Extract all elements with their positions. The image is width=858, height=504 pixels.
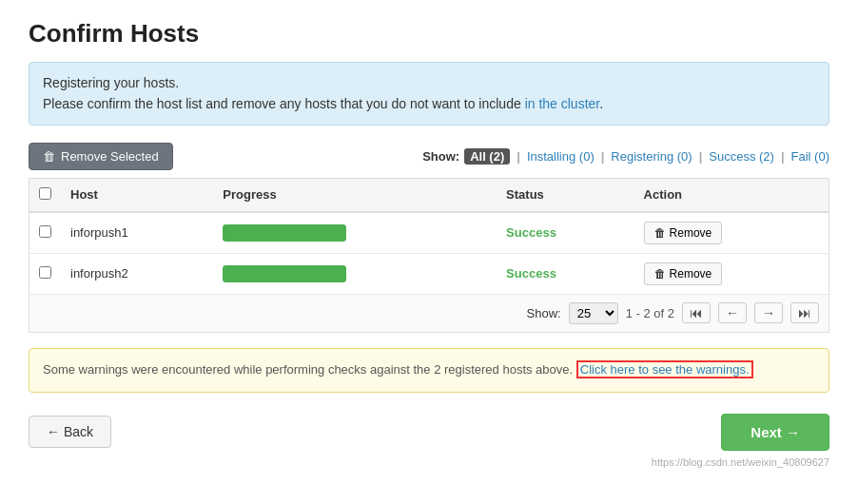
info-link[interactable]: in the cluster — [525, 96, 600, 111]
remove-icon: 🗑 — [654, 267, 666, 281]
info-line1: Registering your hosts. — [43, 72, 815, 93]
warning-link[interactable]: Click here to see the warnings. — [580, 362, 750, 377]
filter-registering[interactable]: Registering (0) — [611, 149, 692, 164]
progress-bar-container — [223, 265, 346, 282]
trash-icon: 🗑 — [43, 149, 55, 164]
watermark: https://blog.csdn.net/weixin_40809627 — [29, 456, 829, 468]
info-box: Registering your hosts. Please confirm t… — [29, 62, 829, 126]
filter-success[interactable]: Success (2) — [709, 149, 774, 164]
progress-bar-container — [223, 224, 346, 242]
back-button[interactable]: ← Back — [29, 416, 111, 448]
remove-icon: 🗑 — [654, 226, 666, 240]
warning-text-before: Some warnings were encountered while per… — [43, 362, 576, 377]
remove-row-button[interactable]: 🗑 Remove — [644, 222, 723, 244]
filter-all[interactable]: All (2) — [464, 148, 510, 165]
header-host: Host — [61, 178, 213, 212]
remove-selected-button[interactable]: 🗑 Remove Selected — [29, 143, 173, 170]
header-action: Action — [634, 178, 829, 212]
progress-bar-fill — [223, 265, 346, 282]
table-row: inforpush2 Success 🗑 Remove — [29, 253, 829, 294]
remove-row-button[interactable]: 🗑 Remove — [644, 262, 723, 285]
toolbar: 🗑 Remove Selected Show: All (2) | Instal… — [29, 143, 829, 170]
warning-box: Some warnings were encountered while per… — [29, 348, 829, 393]
row-status: Success — [497, 212, 634, 254]
row-checkbox[interactable] — [39, 266, 51, 279]
header-status: Status — [497, 178, 634, 212]
per-page-select[interactable]: 10 25 50 100 — [569, 302, 618, 324]
table-row: inforpush1 Success 🗑 Remove — [29, 212, 829, 254]
pagination-range: 1 - 2 of 2 — [626, 306, 674, 320]
filter-installing[interactable]: Installing (0) — [527, 149, 595, 164]
row-status: Success — [497, 253, 634, 294]
header-checkbox-col — [29, 178, 62, 212]
row-host: inforpush2 — [61, 253, 213, 294]
filter-fail[interactable]: Fail (0) — [791, 149, 829, 164]
select-all-checkbox[interactable] — [39, 187, 51, 200]
pagination-row: Show: 10 25 50 100 1 - 2 of 2 ⏮ ← → ⏭ — [29, 294, 829, 332]
first-page-button[interactable]: ⏮ — [682, 302, 711, 323]
next-button[interactable]: Next → — [721, 414, 829, 451]
row-checkbox-cell — [29, 212, 62, 254]
remove-label: Remove — [670, 226, 712, 240]
page-title: Confirm Hosts — [29, 19, 829, 48]
next-page-button[interactable]: → — [754, 302, 783, 323]
header-progress: Progress — [213, 178, 497, 212]
pagination-show-label: Show: — [527, 306, 561, 320]
info-line2: Please confirm the host list and remove … — [43, 93, 815, 114]
show-label: Show: — [422, 149, 459, 164]
row-progress — [213, 212, 497, 254]
progress-bar-fill — [223, 224, 346, 242]
row-host: inforpush1 — [61, 212, 213, 254]
row-action-cell: 🗑 Remove — [634, 253, 829, 294]
row-checkbox-cell — [29, 253, 62, 294]
pagination-cell: Show: 10 25 50 100 1 - 2 of 2 ⏮ ← → ⏭ — [29, 294, 829, 332]
row-progress — [213, 253, 497, 294]
row-action-cell: 🗑 Remove — [634, 212, 829, 254]
footer-buttons: ← Back Next → — [29, 414, 829, 451]
prev-page-button[interactable]: ← — [718, 302, 747, 323]
table-header-row: Host Progress Status Action — [29, 178, 829, 212]
remove-selected-label: Remove Selected — [61, 149, 159, 164]
last-page-button[interactable]: ⏭ — [790, 302, 819, 323]
remove-label: Remove — [670, 267, 712, 281]
hosts-table: Host Progress Status Action inforpush1 S… — [29, 178, 829, 333]
show-filters: Show: All (2) | Installing (0) | Registe… — [422, 148, 829, 165]
row-checkbox[interactable] — [39, 225, 51, 238]
